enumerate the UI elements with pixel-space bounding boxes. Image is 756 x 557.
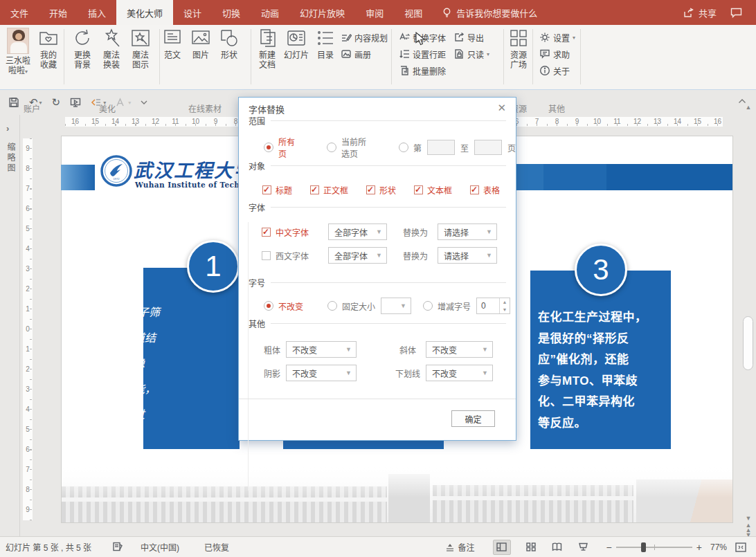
ok-button[interactable]: 确定 xyxy=(451,410,495,427)
toc-button[interactable]: 目录 xyxy=(310,28,341,60)
box1-text[interactable]: ZSM-5分子筛独特的孔道结良好的热稳和催化性能，石油炼化过催化反应。 xyxy=(89,300,176,453)
thumbnails-panel-label[interactable]: 缩略图 xyxy=(5,143,17,174)
vertical-ruler[interactable]: 9876543210123456789 xyxy=(23,138,33,520)
radio-all-pages[interactable] xyxy=(264,143,273,152)
language-indicator[interactable]: 中文(中国) xyxy=(141,541,179,553)
customize-qat-button[interactable] xyxy=(141,100,147,104)
play-from-slide-button[interactable] xyxy=(70,97,81,108)
object-checkbox-item[interactable]: 正文框 xyxy=(310,184,348,196)
checkbox-checked-icon xyxy=(470,185,479,194)
new-document-button[interactable]: 新建 文档 xyxy=(252,28,282,70)
vertical-scrollbar[interactable]: ▲ ▼ ▲▲ ▼▼ xyxy=(741,102,755,536)
list-icon xyxy=(315,28,336,48)
radio-current-page[interactable] xyxy=(327,143,336,152)
tab-view[interactable]: 视图 xyxy=(394,0,433,25)
magic-chart-button[interactable]: 魔法 图示 xyxy=(125,28,156,70)
scroll-up-icon[interactable]: ▲ xyxy=(741,102,755,112)
size-delta-input[interactable] xyxy=(477,298,499,313)
tab-file[interactable]: 文件 xyxy=(0,0,39,25)
tell-me-label: 告诉我你想要做什么 xyxy=(456,6,537,19)
zoom-in-button[interactable]: + xyxy=(696,542,702,553)
zoom-slider[interactable] xyxy=(616,547,692,548)
resource-plaza-button[interactable]: 资源 广场 xyxy=(503,28,534,70)
cn-font-to-dropdown[interactable]: 请选择▼ xyxy=(438,223,497,240)
comment-icon[interactable] xyxy=(730,8,742,18)
scrollbar-thumb[interactable] xyxy=(743,316,753,370)
fit-to-window-icon[interactable] xyxy=(735,542,746,552)
share-button[interactable]: 共享 xyxy=(683,6,717,19)
save-button[interactable] xyxy=(8,97,19,108)
redo-button[interactable]: ↻ xyxy=(52,96,61,109)
album-button[interactable]: 画册 xyxy=(341,47,371,61)
page-to-input[interactable] xyxy=(474,140,502,155)
size-delta-spinner[interactable]: ▲▼ xyxy=(476,298,510,314)
line-spacing-icon xyxy=(399,48,410,60)
en-font-from-dropdown[interactable]: 全部字体▼ xyxy=(328,247,387,264)
zoom-level[interactable]: 77% xyxy=(710,542,727,552)
my-favorites-button[interactable]: 我的 收藏 xyxy=(33,28,64,70)
cn-font-from-dropdown[interactable]: 全部字体▼ xyxy=(328,223,387,240)
object-checkbox-item[interactable]: 文本框 xyxy=(414,184,452,196)
tab-insert[interactable]: 插入 xyxy=(78,0,116,25)
tab-home[interactable]: 开始 xyxy=(39,0,78,25)
tab-beautify-master[interactable]: 美化大师 xyxy=(116,0,173,25)
content-plan-button[interactable]: 内容规划 xyxy=(341,30,388,44)
radio-size-delta[interactable] xyxy=(423,301,433,311)
object-checkbox-item[interactable]: 形状 xyxy=(366,184,396,196)
object-checkbox-item[interactable]: 表格 xyxy=(470,184,500,196)
tab-slideshow[interactable]: 幻灯片放映 xyxy=(289,0,355,25)
notes-button[interactable]: 备注 xyxy=(445,541,475,553)
change-background-button[interactable]: 更换 背景 xyxy=(67,28,98,70)
bold-dropdown[interactable]: 不改变▼ xyxy=(286,341,357,358)
account-user-button[interactable]: 三水啦 啦啦▾ xyxy=(3,28,33,77)
undo-button[interactable]: ↶▾ xyxy=(29,96,42,109)
normal-view-button[interactable] xyxy=(493,540,511,555)
line-spacing-button[interactable]: 设置行距 xyxy=(399,47,446,61)
reading-view-button[interactable] xyxy=(548,540,566,555)
sample-doc-button[interactable]: 范文 xyxy=(157,28,188,60)
shapes-icon xyxy=(219,28,240,48)
en-font-checkbox[interactable] xyxy=(262,251,271,260)
underline-dropdown[interactable]: 不改变▼ xyxy=(426,365,493,381)
radio-size-fixed[interactable] xyxy=(327,301,337,311)
zoom-out-button[interactable]: − xyxy=(606,542,612,553)
tell-me-box[interactable]: 告诉我你想要做什么 xyxy=(442,0,537,25)
italic-dropdown[interactable]: 不改变▼ xyxy=(426,341,493,358)
page-from-input[interactable] xyxy=(427,140,455,155)
cn-font-checkbox[interactable] xyxy=(262,228,271,237)
number-circle-1[interactable]: 1 xyxy=(187,240,240,293)
refresh-icon xyxy=(72,28,93,48)
about-button[interactable]: 关于 xyxy=(539,64,570,77)
spellcheck-icon[interactable] xyxy=(112,542,123,552)
export-button[interactable]: 导出 xyxy=(453,30,484,44)
online-picture-button[interactable]: 图片 xyxy=(186,28,216,60)
box3-text[interactable]: 在化工生产过程中，是很好的“择形反应”催化剂，还能参与MTO、甲苯歧化、二甲苯异… xyxy=(538,307,669,434)
format-painter-button[interactable]: ▾ xyxy=(91,97,106,108)
tab-animations[interactable]: 动画 xyxy=(251,0,289,25)
size-fixed-dropdown[interactable]: ▼ xyxy=(381,298,411,314)
number-circle-3[interactable]: 3 xyxy=(575,244,627,296)
zoom-slider-handle[interactable] xyxy=(641,542,646,552)
tab-transitions[interactable]: 切换 xyxy=(212,0,251,25)
help-button[interactable]: 求助 xyxy=(539,47,570,61)
readonly-button[interactable]: 只读 ▾ xyxy=(453,47,489,61)
expand-thumbnails-button[interactable]: › xyxy=(6,123,9,134)
new-slide-button[interactable]: 幻灯片 xyxy=(281,28,312,60)
en-font-to-dropdown[interactable]: 请选择▼ xyxy=(438,247,497,264)
slideshow-view-button[interactable] xyxy=(575,540,593,555)
tab-review[interactable]: 审阅 xyxy=(355,0,394,25)
replace-font-icon xyxy=(399,32,410,43)
close-icon[interactable]: ✕ xyxy=(494,100,509,116)
settings-button[interactable]: 设置 ▾ xyxy=(539,30,575,44)
online-shape-button[interactable]: 形状 xyxy=(214,28,244,60)
spin-down-icon[interactable]: ▼ xyxy=(500,306,510,313)
magic-dress-button[interactable]: 魔法 换装 xyxy=(96,28,127,70)
radio-page-range[interactable] xyxy=(399,143,408,152)
shadow-dropdown[interactable]: 不改变▼ xyxy=(286,365,357,381)
object-checkbox-item[interactable]: 标题 xyxy=(262,184,292,196)
radio-size-nochange[interactable] xyxy=(264,301,273,311)
batch-delete-button[interactable]: 批量删除 xyxy=(399,64,446,77)
slide-sorter-view-button[interactable] xyxy=(522,540,540,555)
tab-design[interactable]: 设计 xyxy=(173,0,212,25)
spin-up-icon[interactable]: ▲ xyxy=(500,298,510,306)
